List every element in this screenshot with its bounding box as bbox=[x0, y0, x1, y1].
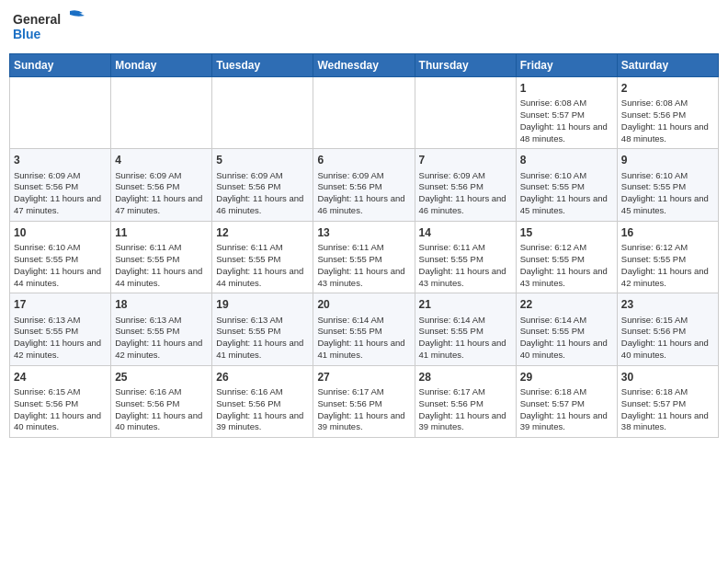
day-info: Sunrise: 6:11 AMSunset: 5:55 PMDaylight:… bbox=[216, 242, 309, 289]
day-number: 28 bbox=[419, 370, 512, 385]
day-info: Sunrise: 6:18 AMSunset: 5:57 PMDaylight:… bbox=[621, 386, 714, 433]
day-number: 24 bbox=[14, 370, 107, 385]
calendar-cell: 4Sunrise: 6:09 AMSunset: 5:56 PMDaylight… bbox=[111, 149, 212, 221]
day-number: 1 bbox=[520, 81, 613, 96]
calendar-cell: 21Sunrise: 6:14 AMSunset: 5:55 PMDayligh… bbox=[415, 293, 516, 365]
day-number: 3 bbox=[14, 153, 107, 167]
day-number: 6 bbox=[317, 153, 410, 167]
day-number: 7 bbox=[419, 153, 512, 167]
calendar-cell bbox=[415, 77, 516, 149]
day-number: 30 bbox=[621, 370, 714, 385]
calendar-cell: 20Sunrise: 6:14 AMSunset: 5:55 PMDayligh… bbox=[313, 293, 415, 365]
day-info: Sunrise: 6:13 AMSunset: 5:55 PMDaylight:… bbox=[14, 315, 107, 362]
day-number: 27 bbox=[317, 370, 410, 385]
day-number: 2 bbox=[621, 81, 714, 96]
logo: GeneralBlue bbox=[13, 9, 86, 46]
calendar-cell: 19Sunrise: 6:13 AMSunset: 5:55 PMDayligh… bbox=[212, 293, 313, 365]
day-number: 5 bbox=[216, 153, 309, 167]
calendar-cell bbox=[212, 77, 313, 149]
calendar-cell: 25Sunrise: 6:16 AMSunset: 5:56 PMDayligh… bbox=[111, 365, 212, 437]
calendar-cell: 2Sunrise: 6:08 AMSunset: 5:56 PMDaylight… bbox=[617, 77, 718, 149]
calendar-cell: 8Sunrise: 6:10 AMSunset: 5:55 PMDaylight… bbox=[516, 149, 617, 221]
day-info: Sunrise: 6:17 AMSunset: 5:56 PMDaylight:… bbox=[317, 386, 410, 433]
calendar-cell: 9Sunrise: 6:10 AMSunset: 5:55 PMDaylight… bbox=[617, 149, 718, 221]
calendar-week-row: 24Sunrise: 6:15 AMSunset: 5:56 PMDayligh… bbox=[10, 365, 719, 437]
day-info: Sunrise: 6:17 AMSunset: 5:56 PMDaylight:… bbox=[419, 386, 512, 433]
calendar-cell bbox=[313, 77, 415, 149]
day-info: Sunrise: 6:09 AMSunset: 5:56 PMDaylight:… bbox=[115, 170, 208, 217]
calendar-week-row: 10Sunrise: 6:10 AMSunset: 5:55 PMDayligh… bbox=[10, 221, 719, 293]
calendar-cell: 24Sunrise: 6:15 AMSunset: 5:56 PMDayligh… bbox=[10, 365, 111, 437]
day-info: Sunrise: 6:08 AMSunset: 5:56 PMDaylight:… bbox=[621, 98, 714, 144]
day-number: 22 bbox=[520, 297, 613, 312]
day-number: 23 bbox=[621, 297, 714, 312]
day-number: 19 bbox=[216, 297, 309, 312]
day-number: 20 bbox=[317, 297, 410, 312]
day-number: 13 bbox=[317, 225, 410, 240]
calendar-cell: 14Sunrise: 6:11 AMSunset: 5:55 PMDayligh… bbox=[415, 221, 516, 293]
calendar-cell: 10Sunrise: 6:10 AMSunset: 5:55 PMDayligh… bbox=[10, 221, 111, 293]
day-number: 26 bbox=[216, 370, 309, 385]
day-info: Sunrise: 6:13 AMSunset: 5:55 PMDaylight:… bbox=[216, 315, 309, 362]
day-number: 16 bbox=[621, 225, 714, 240]
day-info: Sunrise: 6:15 AMSunset: 5:56 PMDaylight:… bbox=[621, 315, 714, 362]
day-of-week-header: Monday bbox=[111, 54, 212, 77]
calendar-cell: 30Sunrise: 6:18 AMSunset: 5:57 PMDayligh… bbox=[617, 365, 718, 437]
day-info: Sunrise: 6:11 AMSunset: 5:55 PMDaylight:… bbox=[419, 242, 512, 289]
calendar-cell bbox=[10, 77, 111, 149]
calendar-cell: 29Sunrise: 6:18 AMSunset: 5:57 PMDayligh… bbox=[516, 365, 617, 437]
day-info: Sunrise: 6:12 AMSunset: 5:55 PMDaylight:… bbox=[520, 242, 613, 289]
day-info: Sunrise: 6:14 AMSunset: 5:55 PMDaylight:… bbox=[520, 315, 613, 362]
day-info: Sunrise: 6:09 AMSunset: 5:56 PMDaylight:… bbox=[14, 170, 107, 217]
day-number: 25 bbox=[115, 370, 208, 385]
day-number: 18 bbox=[115, 297, 208, 312]
calendar-cell: 22Sunrise: 6:14 AMSunset: 5:55 PMDayligh… bbox=[516, 293, 617, 365]
calendar-cell bbox=[111, 77, 212, 149]
day-number: 11 bbox=[115, 225, 208, 240]
svg-text:General: General bbox=[13, 12, 61, 27]
day-info: Sunrise: 6:10 AMSunset: 5:55 PMDaylight:… bbox=[520, 170, 613, 217]
calendar-week-row: 17Sunrise: 6:13 AMSunset: 5:55 PMDayligh… bbox=[10, 293, 719, 365]
calendar-cell: 17Sunrise: 6:13 AMSunset: 5:55 PMDayligh… bbox=[10, 293, 111, 365]
calendar-week-row: 3Sunrise: 6:09 AMSunset: 5:56 PMDaylight… bbox=[10, 149, 719, 221]
calendar-cell: 6Sunrise: 6:09 AMSunset: 5:56 PMDaylight… bbox=[313, 149, 415, 221]
calendar-cell: 27Sunrise: 6:17 AMSunset: 5:56 PMDayligh… bbox=[313, 365, 415, 437]
day-number: 14 bbox=[419, 225, 512, 240]
day-of-week-header: Sunday bbox=[10, 54, 111, 77]
day-info: Sunrise: 6:16 AMSunset: 5:56 PMDaylight:… bbox=[115, 386, 208, 433]
logo-svg: GeneralBlue bbox=[13, 9, 86, 46]
day-number: 21 bbox=[419, 297, 512, 312]
calendar-cell: 11Sunrise: 6:11 AMSunset: 5:55 PMDayligh… bbox=[111, 221, 212, 293]
calendar-cell: 28Sunrise: 6:17 AMSunset: 5:56 PMDayligh… bbox=[415, 365, 516, 437]
day-number: 8 bbox=[520, 153, 613, 167]
day-info: Sunrise: 6:09 AMSunset: 5:56 PMDaylight:… bbox=[419, 170, 512, 217]
day-number: 12 bbox=[216, 225, 309, 240]
day-info: Sunrise: 6:12 AMSunset: 5:55 PMDaylight:… bbox=[621, 242, 714, 289]
day-number: 4 bbox=[115, 153, 208, 167]
day-info: Sunrise: 6:09 AMSunset: 5:56 PMDaylight:… bbox=[216, 170, 309, 217]
calendar-cell: 18Sunrise: 6:13 AMSunset: 5:55 PMDayligh… bbox=[111, 293, 212, 365]
day-number: 17 bbox=[14, 297, 107, 312]
day-info: Sunrise: 6:18 AMSunset: 5:57 PMDaylight:… bbox=[520, 386, 613, 433]
calendar-cell: 23Sunrise: 6:15 AMSunset: 5:56 PMDayligh… bbox=[617, 293, 718, 365]
day-info: Sunrise: 6:14 AMSunset: 5:55 PMDaylight:… bbox=[317, 315, 410, 362]
calendar-cell: 3Sunrise: 6:09 AMSunset: 5:56 PMDaylight… bbox=[10, 149, 111, 221]
calendar-table: SundayMondayTuesdayWednesdayThursdayFrid… bbox=[9, 53, 719, 438]
day-of-week-header: Tuesday bbox=[212, 54, 313, 77]
day-info: Sunrise: 6:10 AMSunset: 5:55 PMDaylight:… bbox=[621, 170, 714, 217]
day-of-week-header: Wednesday bbox=[313, 54, 415, 77]
day-info: Sunrise: 6:08 AMSunset: 5:57 PMDaylight:… bbox=[520, 98, 613, 144]
day-info: Sunrise: 6:14 AMSunset: 5:55 PMDaylight:… bbox=[419, 315, 512, 362]
calendar-cell: 5Sunrise: 6:09 AMSunset: 5:56 PMDaylight… bbox=[212, 149, 313, 221]
day-info: Sunrise: 6:13 AMSunset: 5:55 PMDaylight:… bbox=[115, 315, 208, 362]
day-number: 29 bbox=[520, 370, 613, 385]
day-info: Sunrise: 6:16 AMSunset: 5:56 PMDaylight:… bbox=[216, 386, 309, 433]
day-info: Sunrise: 6:10 AMSunset: 5:55 PMDaylight:… bbox=[14, 242, 107, 289]
calendar-cell: 7Sunrise: 6:09 AMSunset: 5:56 PMDaylight… bbox=[415, 149, 516, 221]
day-of-week-header: Friday bbox=[516, 54, 617, 77]
day-info: Sunrise: 6:11 AMSunset: 5:55 PMDaylight:… bbox=[115, 242, 208, 289]
calendar-cell: 12Sunrise: 6:11 AMSunset: 5:55 PMDayligh… bbox=[212, 221, 313, 293]
calendar-cell: 1Sunrise: 6:08 AMSunset: 5:57 PMDaylight… bbox=[516, 77, 617, 149]
calendar-cell: 15Sunrise: 6:12 AMSunset: 5:55 PMDayligh… bbox=[516, 221, 617, 293]
page-header: GeneralBlue bbox=[9, 9, 719, 46]
